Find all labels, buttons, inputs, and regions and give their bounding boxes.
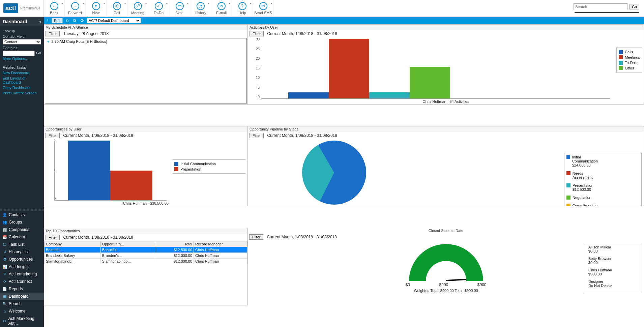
- col-header[interactable]: Record Manager: [194, 241, 247, 247]
- closed-title: Closed Sales to Date: [248, 228, 644, 233]
- logo-edition: PremiumPlus: [20, 6, 40, 10]
- nav-icon: 👥: [3, 220, 7, 224]
- nav-dashboard[interactable]: ▦Dashboard: [0, 293, 44, 300]
- print-icon[interactable]: ⎙: [65, 18, 70, 23]
- nav-icon: ⌂: [3, 309, 7, 313]
- legend-item: Other: [619, 65, 640, 71]
- top10-table[interactable]: CompanyOpportunity...TotalRecord Manager…: [44, 241, 247, 264]
- legend-item: To-Do's: [619, 60, 640, 65]
- nav-act-marketing-aut-[interactable]: ✉Act! Marketing Aut...: [0, 315, 44, 327]
- toolbar-meeting[interactable]: ☍Meeting▾: [127, 0, 148, 17]
- nav-search[interactable]: 🔍Search: [0, 300, 44, 307]
- nav-icon: ✉: [3, 319, 6, 323]
- toolbar-to-do[interactable]: ✓To-Do▾: [148, 0, 169, 17]
- nav-task-list[interactable]: ☑Task List: [0, 241, 44, 248]
- toolbar-forward[interactable]: →Forward▾: [65, 0, 86, 17]
- nav-act-insight[interactable]: 📊Act! Insight: [0, 263, 44, 270]
- nav-companies[interactable]: 🏢Companies: [0, 226, 44, 233]
- activities-filter-button[interactable]: Filter: [250, 31, 264, 36]
- legend-item: Commitment to Buy: [566, 203, 604, 206]
- forward-icon: →: [71, 2, 79, 10]
- send sms-icon: ✉: [259, 2, 267, 10]
- col-header[interactable]: Total: [156, 241, 194, 247]
- nav-calendar[interactable]: 📅Calendar: [0, 233, 44, 241]
- toolbar-help[interactable]: ?Help▾: [232, 0, 253, 17]
- ribbon-edit-button[interactable]: Edit: [52, 18, 63, 23]
- legend-item: Meetings: [619, 55, 640, 60]
- pipeline-pie: [302, 141, 366, 205]
- table-row[interactable]: Brandee's BakeryBrandee's...$12,000.00Ch…: [45, 253, 247, 259]
- oppuser-title: Opportunities by User: [44, 126, 247, 132]
- search-input[interactable]: [574, 3, 627, 10]
- table-row[interactable]: Slamitonabingb...Slamitonabingb...$12,00…: [45, 259, 247, 264]
- copy-icon[interactable]: ⧉: [72, 18, 78, 23]
- contains-input[interactable]: [3, 51, 35, 56]
- nav-icon: ↺: [3, 250, 7, 254]
- contact-field-label: Contact Field:: [3, 34, 41, 38]
- top10-filter-button[interactable]: Filter: [46, 235, 60, 240]
- nav-history-list[interactable]: ↺History List: [0, 248, 44, 256]
- nav-welcome[interactable]: ⌂Welcome: [0, 307, 44, 315]
- pipeline-filter-button[interactable]: Filter: [250, 133, 264, 138]
- history-icon: ◔: [197, 2, 205, 10]
- col-header[interactable]: Opportunity...: [100, 241, 156, 247]
- toolbar-send-sms[interactable]: ✉Send SMS▾: [253, 0, 274, 17]
- oppuser-filter-button[interactable]: Filter: [46, 133, 60, 138]
- table-row[interactable]: Beautiful...Beautiful...$12,500.00Chris …: [45, 247, 247, 253]
- help-icon: ?: [238, 2, 246, 10]
- e-mail-icon: ✉: [217, 2, 226, 10]
- toolbar-call[interactable]: ✆Call▾: [107, 0, 127, 17]
- dashboard-select[interactable]: ACT! Default Dashboard: [87, 18, 141, 23]
- toolbar-back[interactable]: ←Back▾: [44, 0, 65, 17]
- nav-icon: ▦: [3, 294, 7, 298]
- ribbon-handle-icon[interactable]: ⋮: [46, 19, 50, 23]
- closed-filter-button[interactable]: Filter: [249, 234, 263, 240]
- top10-title: Top 10 Opportunities: [44, 228, 247, 234]
- closed-range: Current Month, 1/08/2018 - 31/08/2018: [267, 235, 336, 239]
- nav-contacts[interactable]: 👤Contacts: [0, 211, 44, 218]
- nav-act-connect[interactable]: ⟳Act! Connect: [0, 278, 44, 285]
- task-copy-dashboard[interactable]: Copy Dashboard: [3, 85, 41, 90]
- toolbar-note[interactable]: ▭Note▾: [169, 0, 190, 17]
- task-edit-layout-of-dashboard[interactable]: Edit Layout of Dashboard: [3, 76, 41, 85]
- closed-user-entry: Chris Huffman$900.00: [588, 268, 638, 276]
- nav-reports[interactable]: 📄Reports: [0, 285, 44, 293]
- nav-act-emarketing[interactable]: ✳Act! emarketing: [0, 270, 44, 278]
- nav-groups[interactable]: 👥Groups: [0, 218, 44, 226]
- toolbar-history[interactable]: ◔History▾: [190, 0, 211, 17]
- nav-icon: 📅: [3, 235, 7, 239]
- legend-item: Needs Assessment: [566, 171, 604, 180]
- pipeline-title: Opportunity Pipeline by Stage: [248, 126, 644, 132]
- back-icon: ←: [50, 2, 58, 10]
- note-icon: ▭: [176, 2, 184, 10]
- nav-icon: 🏢: [3, 228, 7, 232]
- legend-item: Presentation: [174, 167, 244, 172]
- nav-opportunities[interactable]: ✪Opportunities: [0, 256, 44, 263]
- more-options-link[interactable]: More Options...: [3, 56, 41, 61]
- task-print-current-screen[interactable]: Print Current Screen: [3, 90, 41, 96]
- nav-icon: 🔍: [3, 302, 7, 306]
- dashboard-ribbon: ⋮ Edit ⎙ ⧉ ⟳ ACT! Default Dashboard: [44, 17, 644, 24]
- nav-icon: 📄: [3, 287, 7, 291]
- contact-field-select[interactable]: Contact: [3, 39, 41, 44]
- top10-range: Current Month, 1/08/2018 - 31/08/2018: [63, 235, 133, 240]
- app-logo: act! PremiumPlus: [0, 0, 44, 17]
- toolbar-new[interactable]: ✦New▾: [86, 0, 107, 17]
- meeting-icon: ☍: [134, 2, 142, 10]
- refresh-icon[interactable]: ⟳: [80, 18, 85, 23]
- search-underline: [575, 12, 639, 13]
- activities-title: Activities by User: [248, 25, 644, 30]
- nav-icon: ✪: [3, 257, 7, 261]
- search-go-button[interactable]: Go: [630, 4, 639, 9]
- collapse-icon[interactable]: «: [39, 20, 41, 24]
- nav-icon: ✳: [3, 272, 7, 276]
- contains-go[interactable]: Go: [36, 51, 41, 55]
- new-icon: ✦: [92, 2, 100, 10]
- toolbar-e-mail[interactable]: ✉E-mail▾: [211, 0, 232, 17]
- schedule-title: My Schedule At-A-Glance: [44, 25, 247, 30]
- task-new-dashboard[interactable]: New Dashboard: [3, 70, 41, 76]
- lookup-label: Lookup: [3, 29, 41, 33]
- schedule-filter-button[interactable]: Filter: [46, 31, 60, 36]
- col-header[interactable]: Company: [45, 241, 101, 247]
- schedule-item[interactable]: ♥ 2:30 AM Craig Potts [E H Studios]: [45, 38, 246, 44]
